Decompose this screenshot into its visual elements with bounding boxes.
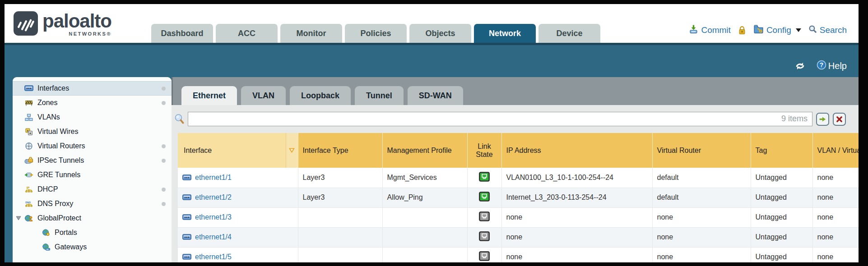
svg-text:IP: IP — [26, 186, 29, 189]
column-header-label: Interface — [178, 147, 286, 155]
interface-icon — [182, 234, 191, 240]
interface-link[interactable]: ethernet1/3 — [182, 213, 293, 221]
tab-dashboard[interactable]: Dashboard — [151, 24, 213, 43]
commit-button[interactable]: Commit — [689, 24, 730, 36]
tab-network[interactable]: Network — [474, 24, 536, 43]
sidebar-item-dhcp[interactable]: IPDHCP — [13, 182, 172, 197]
column-header-tag[interactable]: Tag — [751, 133, 812, 168]
column-header-interface-type[interactable]: Interface Type — [298, 133, 382, 168]
item-dot — [162, 144, 166, 148]
subtab-vlan[interactable]: VLAN — [241, 86, 286, 105]
cell-management-profile — [382, 207, 467, 227]
column-header-management-profile[interactable]: Management Profile — [382, 133, 467, 168]
body: InterfacesZonesVLANsVirtual WiresVirtual… — [5, 77, 859, 262]
sidebar-item-dns-proxy[interactable]: DNSDNS Proxy — [13, 197, 172, 211]
cell-link-state — [467, 207, 501, 227]
help-label: Help — [828, 61, 847, 71]
cell-link-state — [467, 227, 501, 247]
cell-vlan-virtual-wire: none — [812, 188, 859, 207]
tab-monitor[interactable]: Monitor — [280, 24, 342, 43]
interface-icon — [182, 254, 191, 260]
column-header-vlan-virtual-wire[interactable]: VLAN / Virtual Wire — [812, 133, 859, 168]
column-header-virtual-router[interactable]: Virtual Router — [652, 133, 751, 168]
interface-link[interactable]: ethernet1/4 — [182, 233, 293, 241]
tab-acc[interactable]: ACC — [216, 24, 278, 43]
column-header-ip-address[interactable]: IP Address — [501, 133, 652, 168]
link-state-up-icon — [479, 172, 490, 182]
item-dot — [162, 202, 166, 206]
cell-tag: Untagged — [751, 227, 812, 247]
column-sort-button[interactable] — [286, 133, 298, 168]
cell-management-profile — [382, 247, 467, 262]
cell-virtual-router: none — [652, 247, 751, 262]
top-actions: Commit Config Search — [684, 4, 859, 43]
lock-icon[interactable] — [738, 26, 746, 35]
sidebar-item-label: Interfaces — [37, 84, 69, 92]
vlans-icon — [24, 114, 33, 121]
tab-device[interactable]: Device — [538, 24, 600, 43]
cell-management-profile: Allow_Ping — [382, 188, 467, 207]
cell-management-profile: Mgmt_Services — [382, 168, 467, 188]
sort-dropdown-icon — [289, 148, 295, 153]
sidebar-item-virtual-routers[interactable]: Virtual Routers — [13, 139, 172, 153]
search-icon — [808, 25, 817, 36]
globalprotect-icon — [24, 215, 33, 222]
cell-interface: ethernet1/2 — [178, 188, 298, 207]
help-button[interactable]: ? Help — [817, 60, 847, 72]
interface-link[interactable]: ethernet1/5 — [182, 253, 293, 261]
items-count: 9 items — [781, 114, 808, 124]
tab-objects[interactable]: Objects — [409, 24, 471, 43]
ipsec-tunnels-icon — [24, 157, 33, 164]
sidebar-item-globalprotect[interactable]: GlobalProtect — [13, 211, 172, 225]
cell-tag: Untagged — [751, 168, 812, 188]
filter-input[interactable] — [188, 112, 812, 126]
sidebar-item-ipsec-tunnels[interactable]: IPSec Tunnels — [13, 153, 172, 168]
secondary-bar: ? Help — [5, 43, 859, 77]
column-header-interface[interactable]: Interface — [178, 133, 298, 168]
gre-tunnels-icon — [24, 172, 33, 178]
subtab-tunnel[interactable]: Tunnel — [355, 86, 404, 105]
sidebar-item-interfaces[interactable]: Interfaces — [13, 81, 172, 96]
commit-label: Commit — [701, 25, 730, 35]
cell-ip-address: VLAN0100_L3_10-1-100-254--24 — [501, 168, 652, 188]
cell-link-state — [467, 247, 501, 262]
sidebar-item-label: GlobalProtect — [37, 214, 81, 222]
clear-filter-button[interactable] — [833, 113, 846, 126]
sidebar-item-gre-tunnels[interactable]: GRE Tunnels — [13, 168, 172, 182]
svg-text:?: ? — [820, 62, 823, 69]
cell-interface: ethernet1/4 — [178, 227, 298, 247]
interface-link[interactable]: ethernet1/1 — [182, 174, 293, 182]
cell-interface: ethernet1/5 — [178, 247, 298, 262]
subtab-ethernet[interactable]: Ethernet — [181, 86, 237, 105]
cell-interface-type — [298, 207, 382, 227]
green-arrow-icon — [819, 115, 826, 123]
item-dot — [162, 188, 166, 192]
sidebar-item-portals[interactable]: Portals — [13, 225, 172, 240]
search-button[interactable]: Search — [808, 25, 847, 36]
cell-ip-address: none — [501, 247, 652, 262]
dns-proxy-icon: DNS — [24, 200, 33, 207]
subtab-sd-wan[interactable]: SD-WAN — [408, 86, 463, 105]
subtab-loopback[interactable]: Loopback — [290, 86, 351, 105]
interface-link[interactable]: ethernet1/2 — [182, 193, 293, 202]
interface-name: ethernet1/4 — [195, 233, 232, 241]
sidebar-item-gateways[interactable]: Gateways — [13, 240, 172, 254]
top-bar: paloalto NETWORKS® DashboardACCMonitorPo… — [5, 4, 859, 43]
column-header-link-state[interactable]: Link State — [467, 133, 501, 168]
config-label: Config — [766, 25, 791, 35]
apply-filter-button[interactable] — [816, 113, 829, 126]
config-menu[interactable]: Config — [753, 24, 801, 36]
table-row: ethernet1/5nonenoneUntaggednone — [178, 247, 859, 262]
primary-nav: DashboardACCMonitorPoliciesObjectsNetwor… — [151, 4, 600, 43]
sidebar-item-vlans[interactable]: VLANs — [13, 110, 172, 124]
expander-down-icon[interactable] — [16, 216, 21, 220]
cell-interface: ethernet1/3 — [178, 207, 298, 227]
dhcp-icon: IP — [24, 186, 33, 193]
sidebar-item-zones[interactable]: Zones — [13, 96, 172, 110]
sidebar-item-virtual-wires[interactable]: Virtual Wires — [13, 124, 172, 139]
cell-ip-address: none — [501, 227, 652, 247]
cell-virtual-router: none — [652, 207, 751, 227]
interface-icon — [182, 214, 191, 220]
refresh-icon[interactable] — [794, 61, 806, 71]
tab-policies[interactable]: Policies — [345, 24, 407, 43]
